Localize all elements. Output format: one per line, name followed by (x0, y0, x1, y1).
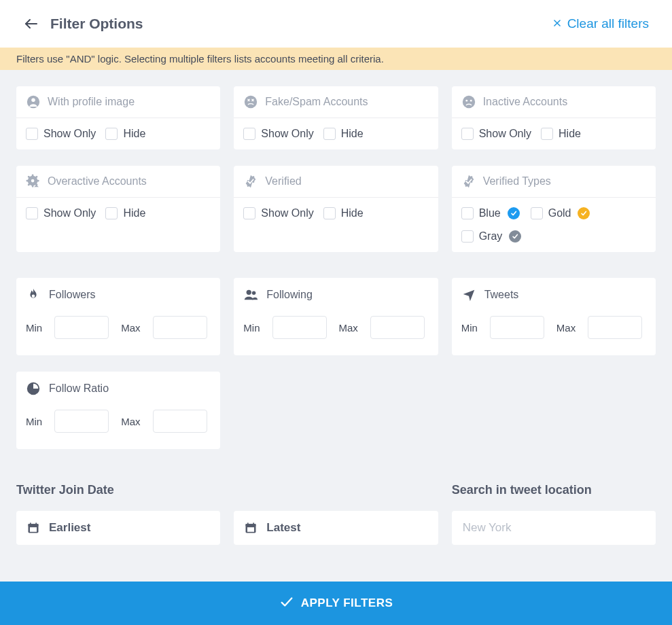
min-label: Min (461, 322, 478, 334)
verified-blue-label: Blue (479, 207, 501, 219)
svg-point-12 (470, 100, 472, 102)
ratio-max-input[interactable] (153, 410, 207, 433)
users-icon (243, 287, 258, 302)
max-label: Max (121, 416, 140, 427)
svg-point-15 (32, 295, 35, 298)
person-icon (26, 94, 41, 109)
filter-card-fake-spam: Fake/Spam Accounts Show Only Hide (234, 86, 438, 149)
svg-point-17 (252, 291, 256, 296)
section-join-date-title: Twitter Join Date (16, 483, 438, 497)
stat-card-followers: Followers Min Max (16, 278, 220, 355)
verified-badge-icon (243, 174, 258, 189)
verified-gold-label: Gold (548, 207, 571, 219)
page-title: Filter Options (50, 16, 143, 32)
fire-icon (26, 287, 41, 302)
filter-card-verified: Verified Show Only Hide (234, 166, 438, 252)
ratio-icon (26, 381, 41, 396)
svg-point-5 (245, 96, 257, 108)
stat-title: Follow Ratio (49, 382, 109, 395)
checkbox-verified-gold[interactable] (531, 207, 543, 219)
stat-title: Following (266, 289, 313, 301)
gear-head-icon (26, 174, 41, 189)
back-arrow-icon[interactable] (23, 16, 39, 32)
calendar-icon (243, 520, 258, 535)
svg-rect-28 (247, 527, 254, 532)
max-label: Max (339, 322, 358, 334)
checkbox-label: Hide (123, 128, 145, 140)
checkbox-show-only[interactable] (461, 128, 474, 140)
svg-rect-20 (29, 524, 39, 526)
max-label: Max (121, 322, 140, 334)
min-label: Min (243, 322, 260, 334)
ratio-min-input[interactable] (54, 410, 109, 433)
checkbox-label: Show Only (261, 128, 313, 140)
verified-gray-label: Gray (479, 230, 503, 243)
filter-title: Verified Types (483, 175, 551, 188)
followers-max-input[interactable] (153, 316, 207, 339)
min-label: Min (26, 416, 42, 427)
verified-badge-icon (461, 174, 476, 189)
checkbox-hide[interactable] (105, 128, 118, 140)
checkbox-show-only[interactable] (26, 207, 38, 219)
svg-point-10 (462, 96, 474, 108)
following-min-input[interactable] (272, 316, 327, 339)
checkbox-label: Hide (341, 207, 364, 219)
checkbox-label: Show Only (479, 128, 531, 140)
latest-date-picker[interactable]: Latest (234, 511, 438, 545)
checkbox-show-only[interactable] (243, 128, 255, 140)
verified-gray-badge-icon (509, 230, 521, 243)
latest-label: Latest (266, 521, 300, 535)
calendar-icon (26, 520, 41, 535)
check-icon (279, 594, 294, 612)
followers-min-input[interactable] (54, 316, 109, 339)
clear-all-label: Clear all filters (567, 16, 649, 31)
stat-card-tweets: Tweets Min Max (452, 278, 656, 355)
clear-all-filters-button[interactable]: Clear all filters (552, 16, 649, 31)
checkbox-verified-gray[interactable] (461, 230, 474, 243)
checkbox-label: Show Only (43, 207, 96, 219)
apply-filters-button[interactable]: APPLY FILTERS (0, 582, 672, 625)
apply-filters-label: APPLY FILTERS (301, 596, 393, 610)
section-location-title: Search in tweet location (452, 483, 656, 497)
filter-card-profile-image: With profile image Show Only Hide (16, 86, 220, 149)
svg-point-4 (31, 99, 35, 103)
checkbox-hide[interactable] (541, 128, 553, 140)
filter-title: Fake/Spam Accounts (265, 96, 368, 108)
send-icon (461, 287, 476, 302)
svg-rect-23 (30, 527, 37, 532)
verified-gold-badge-icon (578, 207, 590, 219)
checkbox-show-only[interactable] (26, 128, 38, 140)
stat-title: Followers (49, 289, 95, 301)
checkbox-label: Hide (123, 207, 145, 219)
tweets-max-input[interactable] (588, 316, 642, 339)
checkbox-show-only[interactable] (243, 207, 255, 219)
close-icon (552, 16, 562, 31)
checkbox-hide[interactable] (323, 207, 336, 219)
max-label: Max (556, 322, 576, 334)
checkbox-hide[interactable] (323, 128, 336, 140)
min-label: Min (26, 322, 42, 334)
checkbox-label: Show Only (261, 207, 313, 219)
filter-title: Overactive Accounts (48, 175, 147, 188)
dizzy-face-icon (243, 94, 258, 109)
location-search-input[interactable] (452, 511, 656, 545)
following-max-input[interactable] (370, 316, 425, 339)
sad-face-icon (461, 94, 476, 109)
checkbox-hide[interactable] (105, 207, 118, 219)
checkbox-verified-blue[interactable] (461, 207, 474, 219)
filter-card-verified-types: Verified Types Blue Gold Gray (452, 166, 656, 252)
stat-card-follow-ratio: Follow Ratio Min Max (16, 372, 220, 449)
svg-point-16 (247, 290, 251, 295)
filter-card-overactive: Overactive Accounts Show Only Hide (16, 166, 220, 252)
info-bar: Filters use "AND" logic. Selecting multi… (0, 48, 672, 70)
earliest-label: Earliest (49, 521, 90, 535)
filter-title: Inactive Accounts (483, 96, 568, 108)
filter-title: With profile image (48, 96, 135, 108)
checkbox-label: Hide (559, 128, 581, 140)
filter-card-inactive: Inactive Accounts Show Only Hide (452, 86, 656, 149)
svg-rect-25 (246, 524, 256, 526)
svg-point-11 (465, 100, 467, 102)
earliest-date-picker[interactable]: Earliest (16, 511, 220, 545)
tweets-min-input[interactable] (490, 316, 544, 339)
filter-title: Verified (265, 175, 301, 188)
